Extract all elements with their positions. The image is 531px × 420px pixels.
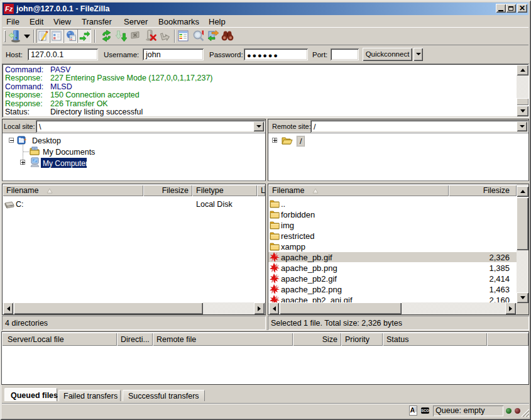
- svg-text:Fz: Fz: [5, 5, 13, 13]
